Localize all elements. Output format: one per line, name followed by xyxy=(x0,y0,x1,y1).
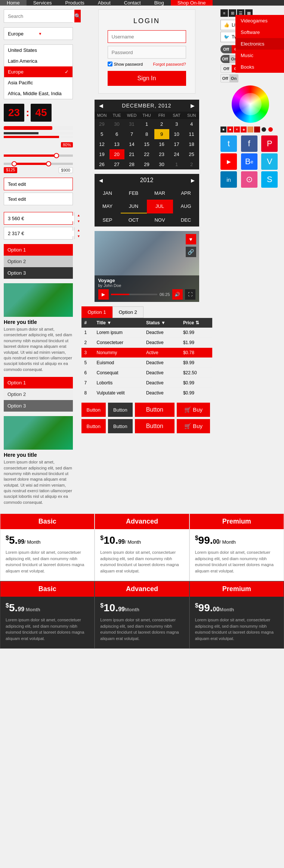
cal-day[interactable]: 20 xyxy=(109,149,124,159)
table-row-active[interactable]: 3NonummyActive$0.78 xyxy=(81,348,212,358)
region-option-asia[interactable]: Asia Pacific xyxy=(4,77,72,88)
month-nov[interactable]: NOV xyxy=(147,213,173,227)
month-may[interactable]: MAY xyxy=(95,200,121,213)
pinterest-social-icon[interactable]: P xyxy=(261,135,278,152)
btn-buy-2[interactable]: 🛒 Buy xyxy=(177,419,210,433)
cal-day[interactable]: 23 xyxy=(154,149,169,159)
cal-day[interactable]: 2 xyxy=(154,119,169,129)
cal-day[interactable]: 21 xyxy=(124,149,139,159)
table-row[interactable]: 5EuismodDeactive$9.99 xyxy=(81,358,212,368)
skype-social-icon[interactable]: S xyxy=(261,171,278,188)
list2-option-3[interactable]: Option 3 xyxy=(4,400,73,412)
col-header-title[interactable]: Title ▼ xyxy=(94,318,143,328)
region-select[interactable]: Europe ▼ xyxy=(4,27,73,40)
single-slider-track[interactable] xyxy=(4,154,73,157)
dark-red-icon[interactable] xyxy=(254,127,260,132)
cal-day[interactable]: 12 xyxy=(95,139,109,149)
cal-day[interactable]: 1 xyxy=(169,159,184,169)
volume-button[interactable]: 🔊 xyxy=(172,289,183,300)
btn-small-dark-2[interactable]: Button xyxy=(108,419,133,433)
table-row[interactable]: 8Vulputate velitDeactive$0.99 xyxy=(81,388,212,398)
cal-day[interactable]: 25 xyxy=(184,149,199,159)
col-header-status[interactable]: Status ▼ xyxy=(143,318,180,328)
cal-day[interactable]: 16 xyxy=(154,139,169,149)
nav-item-blog[interactable]: Blog xyxy=(148,0,171,6)
signin-button[interactable]: Sign In xyxy=(108,71,186,86)
cal-day[interactable]: 19 xyxy=(95,149,109,159)
list-option-3[interactable]: Option 3 xyxy=(4,267,73,279)
cal-day[interactable]: 26 xyxy=(95,159,109,169)
cal-day[interactable]: 31 xyxy=(124,119,139,129)
behance-social-icon[interactable]: Be xyxy=(241,153,257,170)
search-input[interactable] xyxy=(4,10,74,22)
x-icon[interactable]: ✕ xyxy=(234,127,240,132)
dd-music[interactable]: Music xyxy=(235,50,284,61)
month-aug[interactable]: AUG xyxy=(173,200,199,213)
password-input[interactable] xyxy=(108,46,186,59)
region-option-latam[interactable]: Latin America xyxy=(4,56,72,66)
cal-day[interactable]: 27 xyxy=(109,159,124,169)
btn-large-red-2[interactable]: Button xyxy=(135,419,175,433)
twitter-social-icon[interactable]: t xyxy=(220,135,237,152)
nav-item-services[interactable]: Services xyxy=(27,0,59,6)
month-dec[interactable]: DEC xyxy=(173,213,199,227)
cal-day[interactable]: 11 xyxy=(184,129,199,139)
region-option-africa[interactable]: Africa, Middle East, India xyxy=(4,88,72,99)
cal-day[interactable]: 24 xyxy=(169,149,184,159)
youtube-social-icon[interactable]: ▶ xyxy=(220,153,237,170)
cal-day[interactable]: 18 xyxy=(184,139,199,149)
black-icon[interactable]: ■ xyxy=(220,127,226,132)
list-option-2[interactable]: Option 2 xyxy=(4,256,73,267)
dd-books[interactable]: Books xyxy=(235,61,284,73)
cal-day[interactable]: 1 xyxy=(139,119,154,129)
list-view-icon[interactable]: ≡ xyxy=(220,9,228,17)
cal-day[interactable]: 9 xyxy=(154,129,169,139)
month-mar[interactable]: MAR xyxy=(147,187,173,200)
username-input[interactable] xyxy=(108,30,186,43)
cal-day[interactable]: 10 xyxy=(169,129,184,139)
table-row[interactable]: 1Lorem ipsumDeactive$0.99 xyxy=(81,328,212,338)
month-apr[interactable]: APR xyxy=(173,187,199,200)
facebook-social-icon[interactable]: f xyxy=(241,135,257,152)
cal-day[interactable]: 8 xyxy=(139,129,154,139)
cal-day[interactable]: 30 xyxy=(154,159,169,169)
fullscreen-button[interactable]: ⛶ xyxy=(185,289,195,300)
col-header-price[interactable]: Price ⇅ xyxy=(180,318,212,328)
dd-electronics[interactable]: Electronics xyxy=(235,38,284,50)
cal-day[interactable]: 6 xyxy=(109,129,124,139)
table-row[interactable]: 7LobortisDeactive$0.99 xyxy=(81,378,212,388)
month-jan[interactable]: JAN xyxy=(95,187,121,200)
vimeo-social-icon[interactable]: V xyxy=(261,153,278,170)
cal-next-button[interactable]: ▶ xyxy=(191,103,195,109)
nav-item-home[interactable]: Home xyxy=(0,0,27,6)
nav-item-shop[interactable]: Shop On-line xyxy=(171,0,213,6)
cal-day[interactable]: 5 xyxy=(95,129,109,139)
list-option-1[interactable]: Option 1 xyxy=(4,244,73,256)
month-jun[interactable]: JUN xyxy=(121,200,147,213)
btn-small-red-1[interactable]: Button xyxy=(81,403,106,417)
month-sep[interactable]: SEP xyxy=(95,213,121,227)
month-oct[interactable]: OCT xyxy=(121,213,147,227)
cal-day[interactable]: 29 xyxy=(95,119,109,129)
tab-option2[interactable]: Option 2 xyxy=(112,306,143,318)
cal-prev-button[interactable]: ◀ xyxy=(99,103,103,109)
cal-day[interactable]: 2 xyxy=(184,159,199,169)
month-cal-prev[interactable]: ◀ xyxy=(99,178,103,183)
table-row[interactable]: 2ConsectetuerDeactive$1.99 xyxy=(81,338,212,348)
region-option-europe[interactable]: Europe ✓ xyxy=(4,66,72,77)
cal-day[interactable]: 7 xyxy=(124,129,139,139)
nav-item-contact[interactable]: Contact xyxy=(117,0,148,6)
video-link-btn[interactable]: 🔗 xyxy=(186,247,196,257)
play-button[interactable]: ▶ xyxy=(98,289,109,300)
btn-small-dark-1[interactable]: Button xyxy=(108,403,133,417)
red-icon-2[interactable]: ◈ xyxy=(241,127,247,132)
toggle-row-4[interactable]: Off On xyxy=(220,74,280,82)
region-option-us[interactable]: United States xyxy=(4,45,72,56)
list2-option-2[interactable]: Option 2 xyxy=(4,388,73,400)
month-jul[interactable]: JUL xyxy=(147,200,173,213)
color-wheel[interactable] xyxy=(232,85,269,123)
month-cal-next[interactable]: ▶ xyxy=(191,178,195,183)
btn-small-red-2[interactable]: Button xyxy=(81,419,106,433)
video-heart-btn[interactable]: ♥ xyxy=(186,234,196,244)
cal-day[interactable]: 29 xyxy=(139,159,154,169)
